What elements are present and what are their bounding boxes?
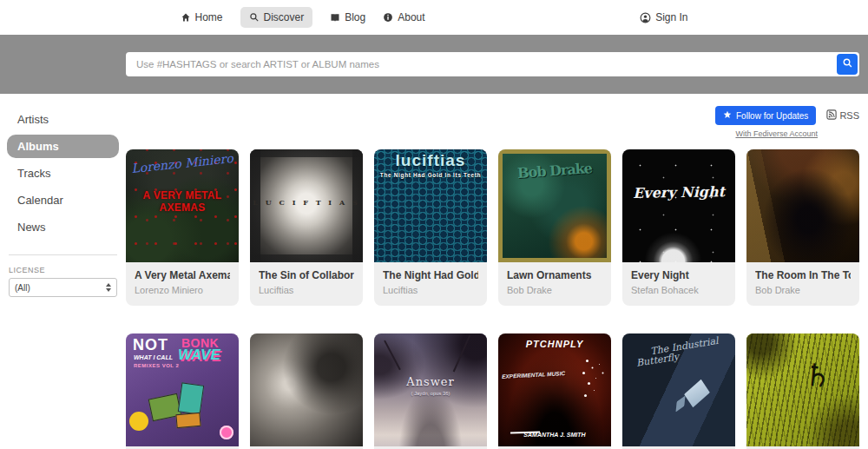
nav-discover[interactable]: Discover: [240, 7, 313, 28]
album-cover-art: Answer ( Jaydn, opus 36): [374, 333, 487, 446]
album-artist: Stefan Bohacek: [631, 285, 727, 295]
album-cover-art: ♄: [746, 333, 859, 446]
rss-icon: [826, 109, 837, 122]
album-cover-art: NOT BONK WHAT I CALL WAVE REMIXES VOL 2: [126, 333, 239, 446]
search-button[interactable]: [837, 54, 858, 75]
cover-text: WHAT I CALL: [134, 354, 173, 360]
album-card[interactable]: Answer ( Jaydn, opus 36) Answer ( Jaydn,…: [374, 333, 487, 449]
album-card[interactable]: luciftias The Night Had Gold In Its Teet…: [374, 149, 487, 306]
sidebar-item-calendar[interactable]: Calendar: [7, 188, 119, 212]
saturn-glyph: ♄: [802, 356, 833, 394]
album-cover-art: Bob Drake: [498, 149, 611, 262]
select-stepper-icon: [106, 283, 111, 292]
album-cover-art: luciftias The Night Had Gold In Its Teet…: [374, 149, 487, 262]
cover-text: PTCHNPLY: [498, 339, 611, 349]
home-icon: [181, 12, 191, 23]
book-icon: [330, 12, 340, 23]
album-artist: Luciftias: [383, 285, 478, 295]
cover-text: WAVE: [178, 347, 220, 364]
album-card[interactable]: ♄ Transmissions de Saturne: [746, 333, 859, 449]
rss-link[interactable]: RSS: [826, 109, 859, 122]
cover-badge: [220, 426, 233, 439]
sidebar-item-news[interactable]: News: [7, 215, 119, 239]
top-nav: Home Discover Blog About Sign In: [0, 0, 868, 35]
nav-discover-label: Discover: [264, 11, 305, 23]
nav-blog-label: Blog: [345, 11, 365, 23]
cover-text: Bob Drake: [505, 159, 603, 182]
album-card[interactable]: The Industrial Butterfly The Industrial …: [622, 333, 735, 449]
search-input[interactable]: [128, 59, 837, 69]
cover-text: Answer: [374, 375, 487, 388]
album-artist: Bob Drake: [755, 285, 851, 295]
album-card[interactable]: The Room In The Tower Bob Drake: [746, 149, 859, 306]
fediverse-icon: [723, 110, 732, 121]
cover-text: luciftias: [374, 151, 487, 170]
cover-text: ( Jaydn, opus 36): [374, 391, 487, 396]
nav-home-label: Home: [195, 11, 223, 23]
follow-for-updates-button[interactable]: Follow for Updates: [715, 106, 816, 125]
sidebar-item-albums[interactable]: Albums: [7, 135, 119, 158]
album-card[interactable]: Lorenzo Miniero A VERY METAL AXEMAS A Ve…: [126, 149, 239, 306]
album-cover-art: PTCHNPLY EXPERIMENTAL MUSIC SAMANTHA J. …: [498, 333, 611, 446]
album-title: Lawn Ornaments: [507, 269, 602, 281]
album-card[interactable]: PTCHNPLY EXPERIMENTAL MUSIC SAMANTHA J. …: [498, 333, 611, 449]
album-card[interactable]: L U C I F T I A S The Sin of Collaborati…: [250, 149, 363, 306]
album-card[interactable]: Bob Drake Lawn Ornaments Bob Drake: [498, 149, 611, 306]
search-banner: [0, 35, 868, 94]
search-icon: [249, 12, 260, 23]
album-title: A Very Metal Axemas (EP): [135, 269, 230, 281]
nav-home[interactable]: Home: [181, 11, 223, 23]
cover-text: The Night Had Gold In Its Teeth: [374, 172, 487, 178]
sidebar-item-tracks[interactable]: Tracks: [7, 162, 119, 185]
nav-sign-in-label: Sign In: [655, 11, 687, 23]
cover-shape: [586, 360, 589, 362]
license-select[interactable]: (All): [9, 278, 117, 297]
album-cover-art: [746, 149, 859, 262]
cover-shape: [384, 340, 400, 370]
cover-text: SAMANTHA J. SMITH: [498, 432, 611, 438]
person-icon: [640, 12, 651, 23]
cover-shape: [178, 382, 204, 414]
cover-text: Lorenzo Miniero: [126, 150, 239, 176]
sidebar-divider: [9, 254, 117, 255]
license-value: (All): [15, 283, 30, 293]
cover-text: L U C I F T I A S: [250, 198, 363, 207]
search-submit-icon: [842, 57, 853, 71]
follow-button-label: Follow for Updates: [736, 111, 808, 121]
cover-text: EXPERIMENTAL MUSIC: [502, 370, 565, 380]
cover-shape: [175, 413, 201, 428]
license-label: LICENSE: [9, 266, 117, 274]
album-cover-art: Lorenzo Miniero A VERY METAL AXEMAS: [126, 149, 239, 262]
cover-text: Butterfly: [635, 351, 680, 369]
nav-blog[interactable]: Blog: [330, 11, 365, 23]
sidebar-item-artists[interactable]: Artists: [7, 108, 119, 131]
album-title: The Night Had Gold In It…: [383, 269, 478, 281]
nav-about-label: About: [398, 11, 424, 23]
cover-text: Every Night: [622, 183, 735, 201]
nav-about[interactable]: About: [383, 11, 424, 23]
album-card[interactable]: Your Saviors Doomed U…: [250, 333, 363, 449]
album-cover-art: [250, 333, 363, 446]
album-card[interactable]: Every Night Every Night Stefan Bohacek: [622, 149, 735, 306]
follow-controls: Follow for Updates RSS With Fediverse Ac…: [126, 106, 859, 138]
cover-shape: [681, 376, 713, 411]
album-artist: Luciftias: [259, 285, 354, 295]
album-title: The Sin of Collaboration: [259, 269, 354, 281]
album-grid: Lorenzo Miniero A VERY METAL AXEMAS A Ve…: [126, 149, 859, 449]
album-card[interactable]: NOT BONK WHAT I CALL WAVE REMIXES VOL 2 …: [126, 333, 239, 449]
album-cover-art: L U C I F T I A S: [250, 149, 363, 262]
album-cover-art: Every Night: [622, 149, 735, 262]
fediverse-account-link[interactable]: With Fediverse Account: [735, 129, 818, 138]
sidebar: Artists Albums Tracks Calendar News LICE…: [0, 94, 126, 449]
album-title: The Room In The Tower: [755, 269, 851, 281]
album-title: Every Night: [631, 269, 727, 281]
search-bar: [126, 52, 859, 76]
rss-label: RSS: [839, 110, 859, 121]
cover-shape: [453, 335, 471, 373]
cover-badge: [129, 412, 148, 431]
album-artist: Lorenzo Miniero: [135, 285, 230, 295]
cover-text: REMIXES VOL 2: [134, 363, 179, 368]
album-artist: Bob Drake: [507, 285, 602, 295]
cover-text: NOT: [133, 336, 168, 354]
nav-sign-in[interactable]: Sign In: [640, 11, 687, 23]
